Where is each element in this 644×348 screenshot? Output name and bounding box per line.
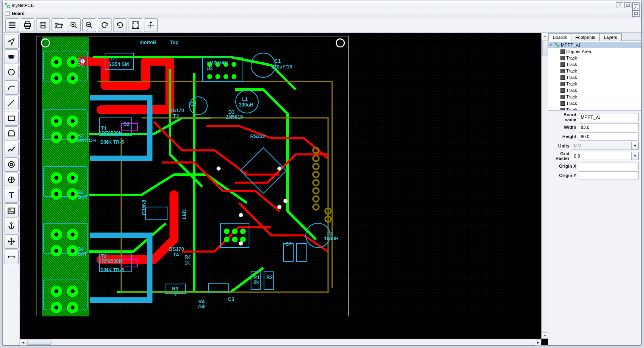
tree-item[interactable]: Track [548,61,641,68]
measure-tool[interactable] [4,250,19,264]
layer-icon [560,95,565,99]
layer-icon [560,69,565,73]
scroll-down-button[interactable]: ▼ [542,332,548,339]
svg-text:IRF9530N: IRF9530N [100,130,122,136]
undo-button[interactable] [98,18,112,32]
app-window: myNetPCB Board [2,1,642,346]
footprint-tool[interactable] [4,49,19,64]
svg-text:SWITCH: SWITCH [77,138,96,143]
tree-item[interactable]: Track [548,55,641,61]
grid-raster-label: Grid Raster [551,151,572,161]
vertical-scrollbar[interactable]: ▲ ▼ [541,33,548,339]
tree-item[interactable]: Track [548,74,641,81]
menu-button[interactable] [5,18,19,32]
svg-point-83 [54,135,58,139]
scroll-left-button[interactable]: ◀ [20,339,26,346]
width-input[interactable] [579,123,639,131]
content-area: Top mottoB D1 SS54 SM LM2674N U2 C1 220u… [3,33,641,345]
svg-point-81 [54,119,58,123]
tab-layers[interactable]: Layers [599,33,622,41]
select-tool[interactable] [4,34,19,49]
svg-text:R3: R3 [172,286,178,292]
tree-root[interactable]: ▾ MPPT_v1 [548,42,641,48]
svg-point-19 [9,162,15,168]
outline-tool[interactable] [4,126,19,141]
svg-rect-12 [41,25,45,28]
vscroll-thumb[interactable] [542,40,547,56]
line-tool[interactable] [4,96,19,110]
svg-point-1 [7,5,9,7]
scroll-right-button[interactable]: ▶ [535,339,541,346]
tab-boards[interactable]: Boards [548,33,571,41]
svg-point-89 [54,233,58,237]
zoom-out-button[interactable] [82,18,96,32]
svg-point-62 [54,76,58,80]
svg-point-85 [54,176,58,180]
redo-button[interactable] [113,18,127,32]
svg-point-116 [232,228,238,234]
grid-raster-select[interactable] [572,152,631,160]
pcb-canvas[interactable]: Top mottoB D1 SS54 SM LM2674N U2 C1 220u… [20,33,548,345]
tree-toggle-icon[interactable]: ▾ [550,43,554,47]
anchor-tool[interactable] [4,219,19,233]
svg-text:D1: D1 [111,56,118,62]
svg-text:L1: L1 [242,96,248,102]
scroll-up-button[interactable]: ▲ [542,33,548,39]
tree-item[interactable]: Track [548,107,641,111]
svg-point-112 [215,74,220,79]
rect-tool[interactable] [4,111,19,126]
svg-text:G35N8: G35N8 [141,200,147,215]
track-tool[interactable] [4,142,19,156]
image-tool[interactable] [4,203,19,218]
zoom-in-button[interactable] [67,18,81,32]
fit-button[interactable] [129,18,142,32]
svg-point-24 [11,223,12,224]
horizontal-scrollbar[interactable]: ◀ ▶ [20,339,541,345]
origin-x-input[interactable] [579,162,639,170]
doc-maximize-button[interactable] [632,11,640,16]
svg-text:750: 750 [197,304,206,310]
pad-tool[interactable] [4,173,19,187]
origin-button[interactable] [144,18,158,32]
tree-item[interactable]: Track [548,81,641,87]
tree-item[interactable]: Track [548,68,641,74]
via-tool[interactable] [4,157,19,172]
chevron-down-icon[interactable]: ▼ [631,152,639,160]
height-input[interactable] [579,132,639,141]
svg-point-176 [555,43,556,45]
tree-item[interactable]: Track [548,87,641,94]
side-toolbar [3,33,20,345]
doc-minimize-button[interactable] [632,5,640,11]
window-minimize-button[interactable] [616,2,623,8]
svg-point-17 [9,69,15,75]
hscroll-thumb[interactable] [27,339,52,345]
svg-text:T3: T3 [173,113,179,119]
text-tool[interactable] [4,188,19,203]
svg-point-20 [10,163,13,166]
svg-point-114 [232,74,236,79]
origin-y-input[interactable] [579,171,639,179]
arc-tool[interactable] [4,80,19,95]
window-maximize-button[interactable] [624,2,631,8]
tree-item[interactable]: Copper Area [548,48,641,55]
titlebar: myNetPCB [3,1,641,9]
tree-item[interactable]: Track [548,100,641,107]
svg-point-87 [54,192,58,196]
svg-point-60 [71,60,75,64]
save-button[interactable] [36,18,50,32]
chevron-down-icon[interactable]: ▼ [631,142,639,150]
svg-rect-16 [9,55,14,58]
units-select[interactable] [572,142,631,150]
circle-tool[interactable] [4,65,19,79]
object-tree[interactable]: ▾ MPPT_v1 Copper Area Track Track Track … [548,41,641,111]
open-button[interactable] [52,18,65,32]
svg-text:R4: R4 [185,254,191,260]
app-icon [4,2,10,8]
board-name-input[interactable] [579,113,639,121]
tree-item[interactable]: Track [548,94,641,100]
print-button[interactable] [21,18,34,32]
move-tool[interactable] [4,234,19,249]
svg-point-94 [71,289,75,293]
tab-footprints[interactable]: Footprints [571,33,600,41]
layer-icon [560,56,565,60]
